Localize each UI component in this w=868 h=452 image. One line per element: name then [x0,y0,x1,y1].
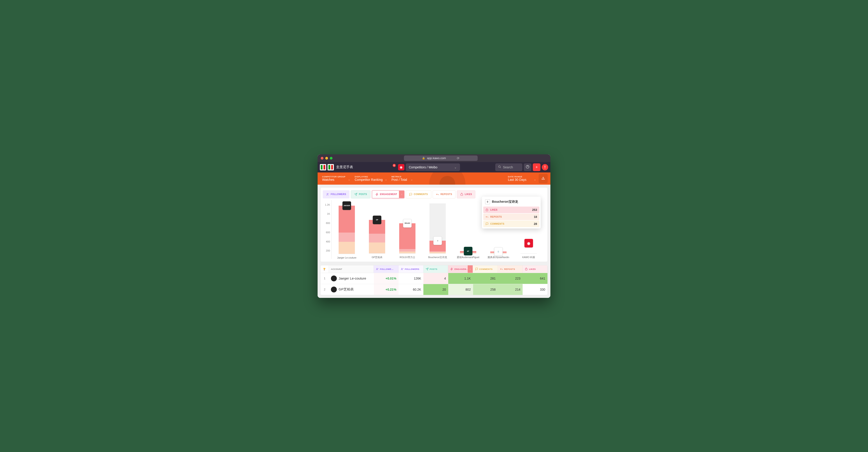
cell-rank: 2 [320,284,329,295]
competitor-logo: ⚓ [494,247,503,256]
likes-icon [460,193,463,196]
th-engagement[interactable]: ENGAGEM… ↓ [448,265,473,273]
filter-date-range[interactable]: DATE RANGE Last 30 Days⌄ [506,174,538,183]
y-tick: 600 [326,231,330,234]
filter-competitor-group[interactable]: COMPETITOR GROUP Watches⌄ [320,174,352,183]
reposts-icon [436,193,439,196]
competitor-logo: AP [464,247,472,255]
filter-bar: COMPETITOR GROUP Watches⌄ DISPLAYING Com… [318,172,550,185]
comments-icon [409,193,412,196]
filter-label: DATE RANGE [508,175,536,178]
th-followers[interactable]: FOLLOWERS [399,265,423,273]
y-tick: 1.2K [325,203,330,206]
window-zoom-button[interactable] [330,157,333,160]
tooltip-logo: ◊ [485,199,490,204]
y-tick: 400 [326,240,330,243]
competitor-logo: ◊ [433,236,442,245]
tab-engagement[interactable]: ENGAGEMENT ↓ [372,190,405,198]
followers-icon [401,267,404,270]
download-button[interactable] [539,174,548,183]
tab-followers[interactable]: FOLLOWERS [323,190,349,198]
filter-displaying[interactable]: DISPLAYING Competitor Ranking⌄ [353,174,389,183]
cell-account: GP芝柏表 [329,284,374,295]
th-likes[interactable]: LIKES [523,265,548,273]
th-rank[interactable]: 🏆 [320,265,329,273]
window-minimize-button[interactable] [325,157,328,160]
tab-comments[interactable]: COMMENTS [406,190,431,198]
weibo-network-icon[interactable]: ◉ [398,164,404,170]
tooltip-row-likes: LIKES 253 [483,206,539,213]
cell-posts: 4 [423,273,448,284]
tab-reposts[interactable]: REPOSTS [433,190,456,198]
reposts-icon [486,215,489,218]
org-logo-secondary[interactable] [328,164,334,170]
brand-name[interactable]: 圭里尼手表 [336,165,353,169]
cell-followers: 126K [399,273,423,284]
cell-followers-change: +0.21% [374,284,399,295]
help-button[interactable] [524,163,531,171]
account-logo [331,287,337,292]
table-row[interactable]: 1Jaeger Le-couture+0.01%126K41.1K2812236… [320,273,548,284]
chart-card: FOLLOWERS POSTS ENGAGEMENT ↓ COMMENTS [320,187,548,262]
cell-engagement: 1.1K [448,273,473,284]
svg-point-4 [401,268,402,269]
breadcrumb-text: Competitors / Weibo [409,165,438,169]
filter-label: DISPLAYING [355,175,387,178]
breadcrumb-selector[interactable]: Competitors / Weibo ⌄ [406,163,460,171]
chart-bar[interactable]: ◊Boucheron宝诗龙 [423,203,453,259]
y-tick: 200 [326,249,330,252]
engagement-icon [375,193,379,196]
tooltip-row-comments: COMMENTS 28 [483,221,539,227]
cell-comments: 281 [473,273,498,284]
tab-posts[interactable]: POSTS [351,190,370,198]
notification-count-badge: 5 [393,164,396,167]
sort-desc-icon[interactable]: ↓ [468,265,473,273]
alert-button[interactable]: ! [542,164,548,170]
likes-icon [525,267,528,270]
sort-desc-icon[interactable]: ↓ [399,191,404,198]
search-input[interactable]: Search [495,163,522,171]
window-close-button[interactable] [321,157,323,160]
ranking-table: 🏆 ACCOUNT FOLLOWE… FOLLOWERS POSTS ENGAG… [320,265,548,295]
th-comments[interactable]: COMMENTS [473,265,498,273]
bar-category-label: Boucheron宝诗龙 [428,256,447,259]
th-followers-change[interactable]: FOLLOWE… [374,265,399,273]
th-posts[interactable]: POSTS [423,265,448,273]
bar-category-label: KAWO 科握 [522,256,535,259]
notifications-button[interactable]: 5 [389,163,396,171]
likes-icon [486,208,489,211]
chart-bar[interactable]: ROLEXROLEX劳力士 [392,203,423,259]
filter-label: METRICS [392,175,413,178]
cell-comments: 258 [473,284,498,295]
reposts-icon [500,267,503,270]
create-button[interactable]: ＋ [533,163,540,171]
alert-icon: ! [544,165,546,169]
competitor-logo: GP [373,216,381,224]
org-logo-primary[interactable] [320,164,326,170]
comments-icon [475,267,478,270]
bar-category-label: 爱彼AudemarsPiguet [457,256,479,259]
th-reposts[interactable]: REPOSTS [498,265,523,273]
filter-metrics[interactable]: METRICS Post / Total⌄ [390,174,414,183]
bar-category-label: Jaeger Le-couture [337,256,356,259]
chart-bar[interactable]: JAEGERJaeger Le-couture [332,203,362,259]
cell-rank: 1 [320,273,329,284]
posts-icon [426,267,429,270]
cell-reposts: 223 [498,273,523,284]
cell-followers: 60.2K [399,284,423,295]
svg-point-3 [377,268,377,269]
tooltip-header: ◊ Boucheron宝诗龙 [483,197,540,206]
chart-bar[interactable]: AP爱彼AudemarsPiguet [453,203,483,259]
cell-reposts: 214 [498,284,523,295]
svg-point-0 [498,166,500,167]
download-icon [541,176,545,181]
followers-icon [326,193,329,196]
address-bar[interactable]: 🔒 app.kawo.com ⟳ [404,156,477,161]
chart-bar[interactable]: GPGP芝柏表 [362,203,392,259]
plus-icon: ＋ [535,165,538,169]
tab-likes[interactable]: LIKES [457,190,475,198]
th-account[interactable]: ACCOUNT [329,265,374,273]
browser-window: 🔒 app.kawo.com ⟳ 圭里尼手表 5 ◉ Competitors /… [318,154,550,298]
table-row[interactable]: 2GP芝柏表+0.21%60.2K20802258214330 [320,284,548,295]
reload-icon[interactable]: ⟳ [457,156,460,160]
